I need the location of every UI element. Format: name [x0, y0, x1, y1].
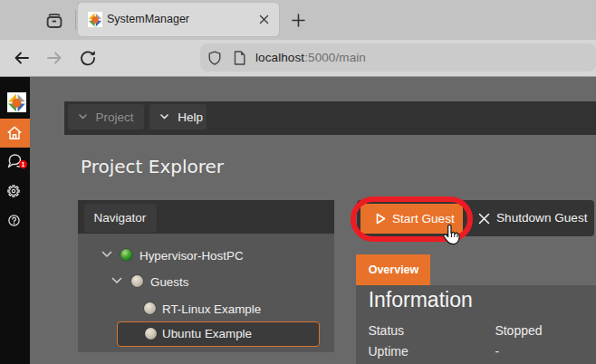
page-title: Project Explorer: [81, 156, 224, 177]
forward-button[interactable]: [46, 50, 62, 66]
status-ball-gray: [131, 275, 143, 287]
help-icon[interactable]: [8, 215, 20, 226]
tree-node-hypervisor[interactable]: Hypervisor-HostPC: [78, 243, 334, 269]
shutdown-guest-label: Shutdown Guest: [496, 200, 588, 236]
new-tab-button[interactable]: [292, 14, 305, 27]
screenshot-stage: SystemManager localhost:: [0, 0, 596, 364]
tree-node-label: Ubuntu Example: [162, 322, 252, 346]
tree-node-guests[interactable]: Guests: [78, 269, 334, 295]
info-row-status: Status Stopped: [356, 321, 596, 340]
home-icon: [6, 125, 23, 141]
notification-badge: 1: [19, 160, 27, 168]
tree-node-label: RT-Linux Example: [162, 296, 261, 322]
info-label: Uptime: [368, 341, 408, 361]
tab-title: SystemManager: [107, 3, 189, 36]
mouse-cursor-hand: [440, 224, 462, 249]
browser-tab[interactable]: SystemManager: [78, 3, 279, 36]
app-sidebar: 1: [0, 77, 30, 364]
info-heading: Information: [369, 288, 473, 312]
menu-help-label: Help: [178, 110, 203, 124]
tabbar-separator: [75, 10, 76, 30]
url-text[interactable]: localhost:5000/main: [255, 43, 366, 72]
url-path: :5000/main: [304, 51, 366, 64]
back-button[interactable]: [14, 50, 30, 66]
tree-node-label: Hypervisor-HostPC: [139, 243, 244, 269]
info-label: Status: [368, 321, 404, 340]
navigator-title: Navigator: [84, 204, 157, 233]
navigator-tree: Hypervisor-HostPC Guests RT-Linux Exampl…: [78, 234, 334, 352]
status-ball-gray: [144, 302, 156, 314]
chevron-down-icon: [160, 114, 168, 120]
systemmanager-logo: [7, 92, 26, 112]
menu-project-label: Project: [96, 110, 134, 124]
shutdown-guest-button[interactable]: Shutdown Guest: [463, 200, 594, 236]
navigator-header: Navigator: [78, 200, 334, 235]
navigator-panel: Navigator Hypervisor-HostPC Guests RT-Li…: [78, 200, 334, 352]
chevron-down-icon[interactable]: [101, 251, 112, 258]
app-menubar: Project Help: [64, 101, 596, 135]
tracking-shield-icon[interactable]: [208, 51, 221, 65]
menu-project[interactable]: Project: [68, 104, 144, 129]
tab-close-icon[interactable]: [258, 14, 270, 25]
url-host: localhost: [255, 51, 304, 64]
chevron-down-icon: [79, 114, 87, 120]
info-row-uptime: Uptime -: [356, 341, 596, 361]
url-bar[interactable]: localhost:5000/main: [200, 43, 596, 72]
info-panel: Information Status Stopped Uptime -: [356, 285, 596, 364]
chevron-down-icon[interactable]: [111, 277, 122, 284]
reload-button[interactable]: [80, 50, 96, 66]
app-viewport: 1 Project Help Project Explorer: [0, 77, 596, 364]
settings-gear-icon[interactable]: [7, 185, 20, 197]
page-info-icon[interactable]: [234, 51, 245, 65]
sidebar-item-home[interactable]: [0, 119, 30, 148]
info-value: -: [495, 341, 499, 361]
tree-node-ubuntu-selected[interactable]: Ubuntu Example: [117, 321, 320, 348]
browser-tab-bar: SystemManager: [0, 0, 596, 40]
firefox-view-icon[interactable]: [45, 12, 63, 29]
status-ball-gray: [145, 328, 157, 340]
tree-node-label: Guests: [150, 269, 188, 295]
status-ball-green: [120, 249, 132, 261]
close-x-icon: [478, 213, 490, 225]
systemmanager-favicon: [88, 12, 102, 27]
info-value: Stopped: [495, 321, 542, 340]
menu-help[interactable]: Help: [149, 104, 207, 129]
browser-toolbar: localhost:5000/main: [0, 40, 596, 77]
tab-overview[interactable]: Overview: [356, 254, 430, 285]
tree-node-rtlinux[interactable]: RT-Linux Example: [78, 296, 334, 322]
